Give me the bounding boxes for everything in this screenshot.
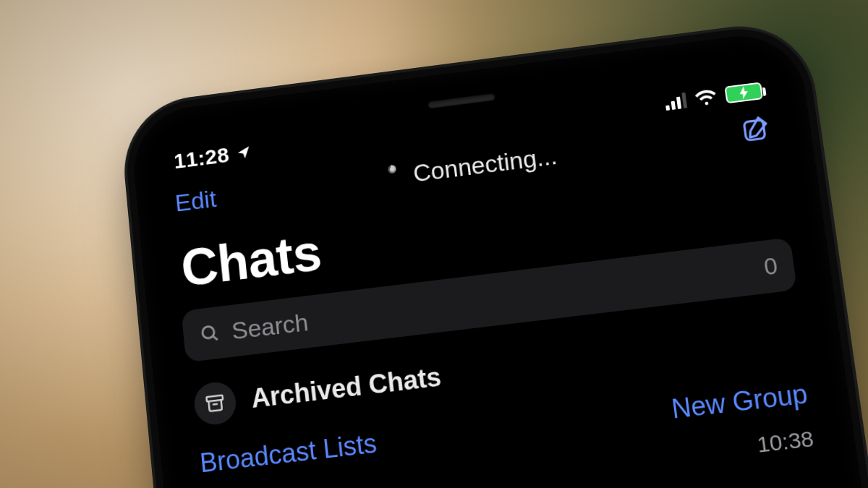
status-bar-right bbox=[664, 82, 763, 111]
archive-box-icon bbox=[192, 380, 238, 427]
status-bar-left: 11:28 bbox=[173, 140, 253, 174]
cellular-signal-icon bbox=[664, 93, 687, 111]
phone-frame: 11:28 bbox=[129, 28, 868, 488]
status-time: 11:28 bbox=[173, 142, 231, 174]
chat-item-time: 10:38 bbox=[755, 426, 814, 458]
svg-line-4 bbox=[213, 404, 217, 405]
archived-chats-label: Archived Chats bbox=[250, 361, 443, 414]
search-trailing-value: 0 bbox=[762, 252, 779, 281]
search-icon bbox=[198, 322, 221, 346]
spinner-icon bbox=[381, 164, 405, 188]
charging-bolt-icon bbox=[738, 86, 750, 100]
volume-down-button bbox=[148, 463, 162, 488]
stage: 11:28 bbox=[0, 0, 868, 488]
compose-button[interactable] bbox=[739, 113, 772, 147]
compose-icon bbox=[739, 113, 772, 145]
svg-line-2 bbox=[213, 335, 217, 341]
battery-charging-icon bbox=[724, 82, 763, 103]
wifi-icon bbox=[694, 88, 718, 106]
volume-up-button bbox=[139, 361, 153, 448]
edit-button[interactable]: Edit bbox=[174, 184, 217, 217]
phone-screen: 11:28 bbox=[142, 43, 868, 488]
location-arrow-icon bbox=[236, 144, 252, 161]
mute-switch bbox=[132, 291, 142, 341]
